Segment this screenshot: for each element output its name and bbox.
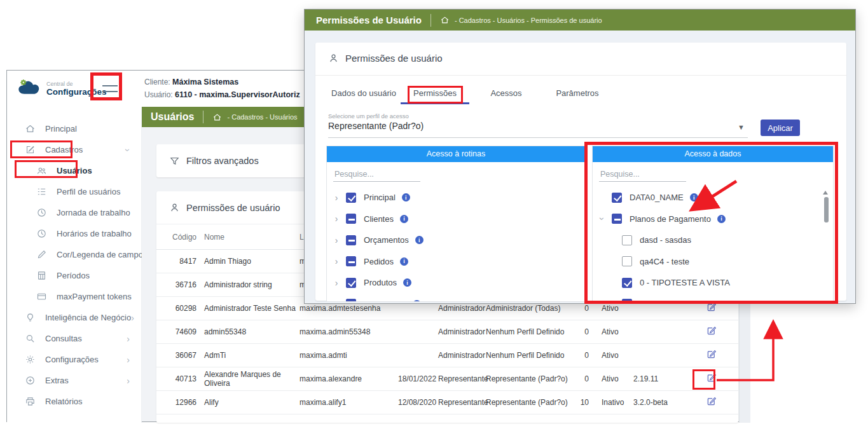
checkbox[interactable]: [346, 299, 356, 302]
table-row[interactable]: 12966 Alify maxima.alify1 12/08/2020 Rep…: [156, 391, 738, 414]
clock-icon: [36, 207, 48, 219]
checkbox[interactable]: [622, 235, 632, 245]
sidebar-item[interactable]: maxPayment tokens: [7, 286, 141, 307]
data-access-panel: Acesso à dados › DATA0_NAME › Planos de …: [592, 146, 834, 302]
checkbox[interactable]: [346, 256, 356, 266]
tree-item[interactable]: › Orçamentos: [327, 229, 585, 251]
tree-item[interactable]: › Planos de Pagamento: [593, 209, 833, 230]
checkbox[interactable]: [346, 214, 356, 224]
sidebar-item[interactable]: Jornada de trabalho: [7, 202, 141, 223]
edit-row-icon[interactable]: [706, 349, 717, 360]
sidebar-item[interactable]: Períodos: [7, 265, 141, 286]
expander-icon[interactable]: ›: [332, 236, 341, 245]
edit-row-icon[interactable]: [706, 396, 717, 407]
bulb-icon: [25, 312, 36, 324]
info-icon[interactable]: [400, 257, 408, 266]
hamburger-menu-icon[interactable]: [96, 77, 124, 100]
tab[interactable]: Parâmetros: [542, 85, 613, 104]
expander-icon[interactable]: ›: [332, 214, 341, 223]
cell-perfil: Representante (Padr?o): [486, 398, 573, 407]
sidebar-item[interactable]: Horários de trabalho: [7, 223, 141, 244]
table-row[interactable]: 40713 Alexandre Marques de Oliveira maxi…: [156, 367, 738, 391]
sidebar-item-label: Consultas: [45, 334, 82, 343]
checkbox[interactable]: [622, 278, 632, 288]
dropdown-caret-icon[interactable]: ▼: [738, 123, 745, 131]
expander-icon[interactable]: ›: [332, 257, 341, 266]
edit-row-icon[interactable]: [706, 373, 717, 383]
tree-item-label: qa4C4 - teste: [640, 257, 689, 266]
checkbox[interactable]: [622, 299, 632, 302]
chevron-icon: ›: [127, 355, 130, 364]
panel-scrollbar[interactable]: [824, 197, 829, 222]
info-icon[interactable]: [402, 193, 410, 202]
sidebar-item[interactable]: Cadastros ›: [7, 139, 141, 160]
routines-panel-title: Acesso à rotinas: [326, 146, 586, 162]
checkbox[interactable]: [622, 256, 632, 266]
edit-row-icon[interactable]: [706, 325, 717, 336]
sidebar-item[interactable]: Relatórios: [7, 391, 141, 412]
clock-icon: [36, 228, 48, 240]
tree-item-label: Planos de Pagamento: [630, 214, 711, 224]
sidebar-item[interactable]: Configurações ›: [7, 349, 141, 370]
tree-item[interactable]: › dasd - sasdas: [593, 229, 833, 251]
filter-icon: [169, 156, 180, 167]
cell-login: maxima.admti: [300, 351, 398, 360]
sidebar-item[interactable]: Consultas ›: [7, 328, 141, 349]
cell-status: Ativo: [602, 327, 633, 336]
expander-icon[interactable]: ›: [598, 214, 607, 223]
home-icon: [212, 113, 222, 122]
cell-codigo: 8417: [156, 257, 204, 266]
tree-item[interactable]: › Principal: [327, 187, 585, 209]
scrollbar-up-icon[interactable]: [823, 191, 828, 195]
cell-num: 0: [573, 327, 602, 336]
checkbox[interactable]: [346, 193, 356, 203]
users-icon: [36, 165, 48, 177]
tree-item[interactable]: › Clientes: [327, 209, 585, 230]
sidebar-item[interactable]: Usuários: [7, 160, 141, 181]
tree-item[interactable]: › Mensagens: [327, 294, 585, 303]
tab[interactable]: Acessos: [471, 85, 542, 104]
table-row[interactable]: 36067 AdmTi maxima.admti Administrador N…: [156, 344, 738, 367]
tree-item[interactable]: › Produtos: [327, 272, 585, 294]
sidebar-item[interactable]: Extras ›: [7, 370, 141, 391]
tree-item[interactable]: › 0 - TIPOTESTE A VISTA: [593, 272, 833, 294]
info-icon[interactable]: [690, 193, 698, 202]
cell-codigo: 40713: [156, 374, 204, 383]
sidebar-item[interactable]: Principal: [7, 118, 141, 139]
sidebar-item-label: Principal: [45, 124, 77, 133]
col-header-nome: Nome: [204, 233, 300, 242]
table-row[interactable]: 74609 admin55348 maxima.admin55348 Admin…: [156, 320, 738, 344]
tree-item[interactable]: › DATA0_NAME: [593, 187, 833, 209]
info-icon[interactable]: [415, 236, 424, 244]
info-icon[interactable]: [413, 300, 421, 302]
apply-button[interactable]: Aplicar: [761, 120, 800, 136]
checkbox[interactable]: [612, 193, 622, 203]
checkbox[interactable]: [612, 214, 622, 224]
checkbox[interactable]: [346, 278, 356, 288]
profile-select[interactable]: Representante (Padr?o): [328, 121, 424, 131]
sidebar-item[interactable]: Inteligência de Negócio ›: [7, 307, 141, 328]
routines-search-input[interactable]: [333, 168, 420, 182]
tree-item[interactable]: › 1 - A VISTA: [593, 294, 833, 303]
expander-icon[interactable]: ›: [332, 278, 341, 287]
expander-icon[interactable]: ›: [332, 193, 341, 202]
info-icon[interactable]: [403, 278, 411, 287]
sidebar-item[interactable]: Perfil de usuários: [7, 181, 141, 202]
plus-icon: [25, 375, 36, 387]
tab[interactable]: Permissões: [399, 85, 471, 104]
cell-versao: 3.2.0-beta: [633, 398, 697, 407]
info-icon[interactable]: [717, 215, 726, 223]
info-icon[interactable]: [400, 215, 408, 223]
tree-item-label: Clientes: [364, 214, 394, 224]
cell-perfil: Nenhum Perfil Definido: [486, 351, 573, 360]
modal-title-bar: Permissões de Usuário - Cadastros - Usuá…: [305, 10, 855, 31]
routines-tree: › Principal › Clientes › Orça: [327, 187, 585, 302]
session-info: Cliente: Máxima Sistemas Usuário: 6110 -…: [144, 76, 300, 101]
tree-item[interactable]: › qa4C4 - teste: [593, 251, 833, 273]
data-search-input[interactable]: [599, 168, 686, 182]
expander-icon[interactable]: ›: [332, 299, 341, 302]
checkbox[interactable]: [346, 235, 356, 245]
tab[interactable]: Dados do usuário: [328, 85, 399, 104]
sidebar-item[interactable]: Cor/Legenda de campos: [7, 244, 141, 265]
tree-item[interactable]: › Pedidos: [327, 251, 585, 273]
